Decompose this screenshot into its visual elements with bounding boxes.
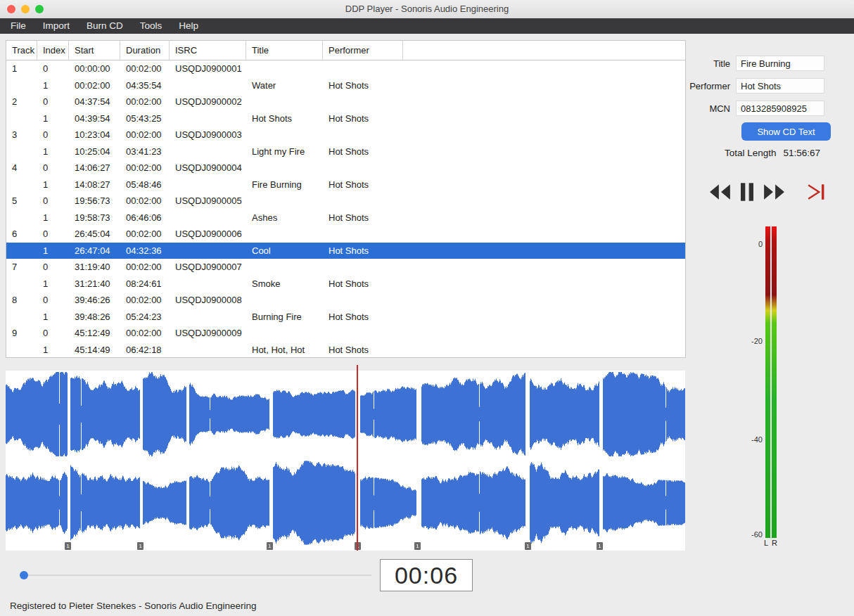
table-row[interactable]: 6026:45:0400:02:00USQDJ0900006: [6, 226, 685, 243]
cell-start: 39:46:26: [69, 295, 120, 305]
column-header-isrc[interactable]: ISRC: [170, 41, 246, 60]
table-row[interactable]: 2004:37:5400:02:00USQDJ0900002: [6, 94, 685, 110]
show-cd-text-button[interactable]: Show CD Text: [741, 122, 831, 141]
cell-duration: 06:46:06: [120, 212, 170, 223]
cell-duration: 03:41:23: [120, 146, 170, 157]
close-window-button[interactable]: [7, 5, 15, 13]
meter-scale-40: -40: [747, 435, 763, 444]
column-header-title[interactable]: Title: [246, 41, 323, 60]
table-row[interactable]: 7031:19:4000:02:00USQDJ0900007: [6, 259, 685, 276]
table-row[interactable]: 126:47:0404:32:36CoolHot Shots: [6, 243, 685, 259]
table-row[interactable]: 104:39:5405:43:25Hot ShotsHot Shots: [6, 110, 685, 127]
cell-track: 9: [6, 328, 37, 338]
column-header-filler: [403, 41, 685, 60]
menu-help[interactable]: Help: [170, 18, 207, 34]
seek-slider[interactable]: [20, 575, 371, 576]
cell-index: 1: [37, 146, 69, 157]
menu-burn-cd[interactable]: Burn CD: [78, 18, 132, 34]
column-header-performer[interactable]: Performer: [323, 41, 403, 60]
pause-icon: [741, 183, 753, 201]
fast-forward-icon: [763, 184, 785, 200]
cell-duration: 04:32:36: [120, 245, 170, 256]
performer-input[interactable]: [736, 78, 824, 94]
column-header-track[interactable]: Track: [6, 41, 37, 60]
cell-start: 45:14:49: [69, 345, 120, 355]
play-to-end-icon: [807, 183, 827, 201]
mcn-input[interactable]: [736, 101, 824, 116]
cell-index: 0: [37, 262, 69, 272]
traffic-lights: [7, 5, 44, 13]
seek-slider-thumb[interactable]: [20, 571, 28, 579]
menu-import[interactable]: Import: [34, 18, 78, 34]
table-row[interactable]: 110:25:0403:41:23Light my FireHot Shots: [6, 143, 685, 160]
cell-duration: 00:02:00: [120, 295, 170, 305]
cell-index: 1: [37, 278, 69, 289]
title-field-row: Title: [675, 55, 831, 72]
cell-title: Hot Shots: [246, 113, 323, 124]
table-row[interactable]: 1000:00:0000:02:00USQDJ0900001: [6, 60, 685, 77]
title-field-label: Title: [675, 58, 736, 69]
track-table: Track Index Start Duration ISRC Title Pe…: [6, 40, 686, 358]
cell-track: 2: [6, 96, 37, 107]
cell-title: Burning Fire: [246, 312, 323, 322]
waveform-canvas[interactable]: [6, 371, 685, 551]
table-header: Track Index Start Duration ISRC Title Pe…: [6, 41, 685, 60]
mcn-field-label: MCN: [675, 103, 736, 114]
zoom-window-button[interactable]: [35, 5, 44, 13]
meter-scale-60: -60: [747, 530, 763, 539]
cell-index: 1: [37, 345, 69, 355]
cell-isrc: USQDJ0900001: [170, 63, 246, 74]
cell-duration: 00:02:00: [120, 195, 170, 206]
pause-button[interactable]: [741, 183, 753, 201]
index-flag: 1: [267, 542, 273, 550]
index-flag: 1: [597, 542, 603, 550]
cell-index: 0: [37, 129, 69, 140]
cell-isrc: USQDJ0900004: [170, 162, 246, 173]
title-input[interactable]: [736, 56, 824, 71]
table-row[interactable]: 139:48:2605:24:23Burning FireHot Shots: [6, 309, 685, 326]
cell-start: 14:08:27: [69, 179, 120, 190]
column-header-start[interactable]: Start: [69, 41, 120, 60]
cell-start: 10:23:04: [69, 129, 120, 140]
cell-index: 1: [37, 113, 69, 124]
table-row[interactable]: 100:02:0004:35:54WaterHot Shots: [6, 77, 685, 94]
play-to-end-button[interactable]: [807, 183, 827, 201]
table-row[interactable]: 145:14:4906:42:18Hot, Hot, HotHot Shots: [6, 342, 685, 359]
cell-duration: 00:02:00: [120, 63, 170, 74]
playhead-cursor[interactable]: [357, 365, 358, 551]
rewind-button[interactable]: [709, 184, 732, 200]
cell-index: 0: [37, 195, 69, 206]
cell-index: 0: [37, 63, 69, 74]
cell-isrc: USQDJ0900006: [170, 229, 246, 239]
table-row[interactable]: 119:58:7306:46:06AshesHot Shots: [6, 210, 685, 226]
table-row[interactable]: 131:21:4008:24:61SmokeHot Shots: [6, 276, 685, 293]
cell-track: 4: [6, 162, 37, 173]
table-row[interactable]: 4014:06:2700:02:00USQDJ0900004: [6, 160, 685, 177]
meter-channel-left-label: L: [764, 539, 768, 547]
cell-start: 10:25:04: [69, 146, 120, 157]
meter-channel-right-label: R: [772, 539, 777, 547]
waveform-display[interactable]: 1111111: [6, 371, 685, 551]
menu-tools[interactable]: Tools: [132, 18, 171, 34]
column-header-duration[interactable]: Duration: [120, 41, 170, 60]
cell-start: 04:37:54: [69, 96, 120, 107]
cell-index: 1: [37, 179, 69, 190]
mcn-field-row: MCN: [675, 100, 831, 117]
cell-duration: 00:02:00: [120, 162, 170, 173]
table-row[interactable]: 114:08:2705:48:46Fire BurningHot Shots: [6, 177, 685, 193]
table-row[interactable]: 5019:56:7300:02:00USQDJ0900005: [6, 193, 685, 210]
cell-performer: Hot Shots: [323, 179, 403, 190]
cell-duration: 08:24:61: [120, 278, 170, 289]
minimize-window-button[interactable]: [21, 5, 30, 13]
cell-start: 45:12:49: [69, 328, 120, 338]
table-row[interactable]: 3010:23:0400:02:00USQDJ0900003: [6, 127, 685, 143]
table-row[interactable]: 9045:12:4900:02:00USQDJ0900009: [6, 325, 685, 342]
window-title: DDP Player - Sonoris Audio Engineering: [0, 0, 854, 18]
column-header-index[interactable]: Index: [37, 41, 69, 60]
menu-file[interactable]: File: [2, 18, 34, 34]
fast-forward-button[interactable]: [763, 184, 785, 200]
cell-start: 39:48:26: [69, 312, 120, 322]
table-row[interactable]: 8039:46:2600:02:00USQDJ0900008: [6, 292, 685, 309]
cell-title: Light my Fire: [246, 146, 323, 157]
cell-performer: Hot Shots: [323, 345, 403, 355]
